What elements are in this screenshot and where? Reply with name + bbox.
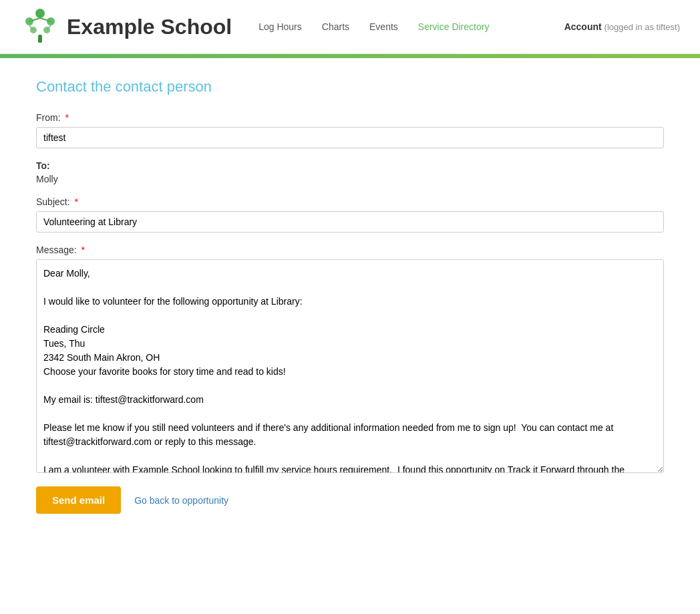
send-email-button[interactable]: Send email (36, 486, 121, 514)
nav-events[interactable]: Events (369, 21, 398, 32)
account-link[interactable]: Account (564, 21, 602, 32)
svg-point-0 (35, 9, 45, 18)
from-required: * (65, 112, 68, 123)
nav-log-hours[interactable]: Log Hours (258, 21, 302, 32)
to-value: Molly (36, 174, 664, 184)
button-row: Send email Go back to opportunity (36, 486, 664, 534)
from-group: From: * (36, 112, 664, 148)
main-content: Contact the contact person From: * To: M… (16, 58, 684, 554)
main-nav: Log Hours Charts Events Service Director… (258, 21, 680, 32)
nav-service-directory[interactable]: Service Directory (418, 21, 490, 32)
back-to-opportunity-link[interactable]: Go back to opportunity (134, 495, 228, 506)
logged-in-text: (logged in as tiftest) (604, 22, 680, 32)
svg-rect-5 (38, 35, 42, 43)
message-label: Message: * (36, 245, 85, 255)
from-label: From: * (36, 112, 69, 123)
subject-input[interactable] (36, 211, 664, 233)
to-group: To: Molly (36, 160, 664, 184)
page-title: Contact the contact person (36, 78, 664, 96)
subject-group: Subject: * (36, 196, 664, 233)
from-input[interactable] (36, 127, 664, 148)
site-title: Example School (67, 15, 232, 39)
account-area: Account (logged in as tiftest) (564, 21, 680, 32)
subject-label: Subject: * (36, 196, 78, 207)
message-textarea[interactable]: Dear Molly, I would like to volunteer fo… (36, 259, 664, 473)
logo-area: Example School (20, 7, 232, 47)
message-required: * (81, 245, 85, 255)
site-logo (20, 7, 60, 47)
message-group: Message: * Dear Molly, I would like to v… (36, 245, 664, 473)
to-label: To: (36, 160, 664, 171)
nav-charts[interactable]: Charts (322, 21, 349, 32)
subject-required: * (74, 196, 77, 207)
header: Example School Log Hours Charts Events S… (0, 0, 700, 54)
